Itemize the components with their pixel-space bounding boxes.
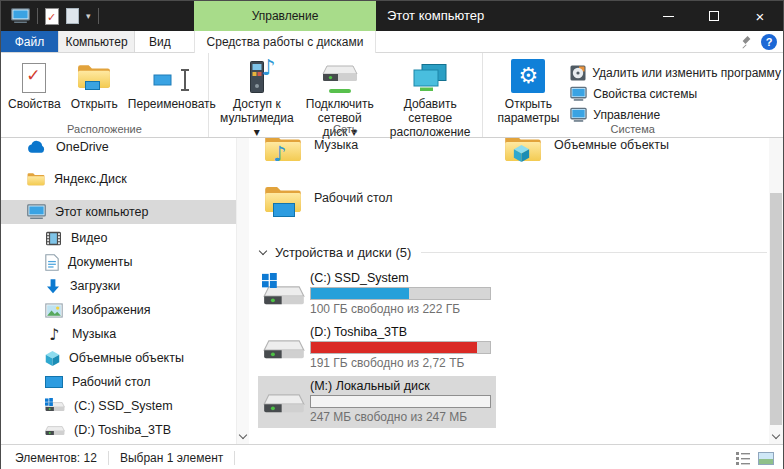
folder-tile-3d-objects[interactable]: Объемные объекты [498, 138, 738, 181]
tab-disk-tools[interactable]: Средства работы с дисками [194, 31, 376, 53]
devices-section-title: Устройства и диски (5) [275, 245, 411, 260]
sidebar-item-music[interactable]: ♪ Музыка [1, 322, 249, 346]
cloud-icon [27, 140, 47, 154]
maximize-icon [709, 11, 719, 21]
rename-icon [153, 67, 191, 93]
new-folder-qat-icon[interactable] [66, 8, 79, 24]
group-label-location: Расположение [1, 123, 208, 135]
drive-icon [258, 324, 310, 374]
drive-free-space: 247 МБ свободно из 247 МБ [310, 410, 496, 424]
system-drive-icon [258, 270, 310, 320]
drive-name: (D:) Toshiba_3TB [310, 325, 496, 339]
system-drive-icon [45, 399, 65, 413]
collapse-chevron-icon[interactable] [259, 247, 267, 255]
thumbnail-view-icon [758, 452, 774, 465]
sidebar-item-drive-c[interactable]: (C:) SSD_System [1, 394, 249, 418]
group-label-system: Система [483, 123, 783, 135]
properties-qat-icon[interactable]: ✓ [45, 8, 59, 25]
scrollbar-thumb[interactable] [770, 193, 782, 425]
sidebar-item-yandex-disk[interactable]: Яндекс.Диск [1, 167, 249, 191]
items-count: Элементов: 12 [15, 451, 97, 465]
3d-objects-icon [45, 350, 60, 367]
drive-usage-bar [310, 341, 491, 354]
maximize-button[interactable] [691, 1, 737, 31]
minimize-button[interactable] [645, 1, 691, 31]
devices-section-header[interactable]: Устройства и диски (5) [258, 242, 783, 262]
ribbon-group-location: ✓ Свойства Открыть Переименовать Располо… [1, 53, 209, 137]
desktop-icon [45, 376, 63, 388]
folder-icon [27, 172, 45, 187]
drive-free-space: 100 ГБ свободно из 222 ГБ [310, 302, 496, 316]
separator [234, 451, 235, 465]
tab-file[interactable]: Файл [1, 31, 58, 52]
selection-info: Выбран 1 элемент [120, 451, 223, 465]
sidebar-item-videos[interactable]: Видео [1, 226, 249, 250]
sidebar-item-desktop[interactable]: Рабочий стол [1, 370, 249, 394]
explorer-icon[interactable] [11, 8, 30, 24]
section-divider [421, 252, 767, 253]
system-properties-button[interactable]: Свойства системы [570, 84, 781, 104]
ribbon: ✓ Свойства Открыть Переименовать Располо… [1, 53, 783, 138]
computer-icon [27, 204, 46, 220]
rename-button[interactable]: Переименовать [123, 58, 221, 112]
help-icon[interactable]: ? [761, 34, 777, 50]
sidebar-item-downloads[interactable]: Загрузки [1, 274, 249, 298]
main-scrollbar[interactable] [769, 138, 783, 444]
context-tab-management[interactable]: Управление [194, 1, 376, 31]
separator [98, 8, 99, 24]
open-settings-button[interactable]: ⚙ Открыть параметры [493, 58, 565, 126]
media-access-icon: ♪ [240, 61, 274, 93]
sidebar-scrollbar[interactable] [236, 138, 249, 444]
drive-tile-d[interactable]: (D:) Toshiba_3TB 191 ГБ свободно из 2,72… [258, 322, 496, 374]
drive-tile-m[interactable]: (M:) Локальный диск 247 МБ свободно из 2… [258, 376, 496, 428]
close-button[interactable]: × [737, 1, 783, 31]
drive-icon [258, 378, 310, 428]
ribbon-group-network: ♪ Доступ к мультимедиа ▾ Подключить сете… [209, 53, 483, 137]
qat-dropdown-icon[interactable]: ▾ [86, 11, 91, 21]
system-properties-icon [570, 86, 587, 102]
drive-tile-c[interactable]: (C:) SSD_System 100 ГБ свободно из 222 Г… [258, 268, 496, 320]
thumbnail-view-button[interactable] [757, 449, 775, 467]
sidebar-item-drive-d[interactable]: (D:) Toshiba_3TB [1, 418, 249, 442]
sidebar-item-onedrive[interactable]: OneDrive [1, 138, 249, 159]
document-icon [45, 254, 59, 271]
minimize-icon [663, 16, 674, 17]
sidebar-item-this-pc[interactable]: Этот компьютер [1, 200, 249, 224]
tab-view[interactable]: Вид [135, 31, 185, 52]
open-button[interactable]: Открыть [66, 58, 123, 112]
scroll-down-icon[interactable] [239, 431, 247, 439]
separator [108, 451, 109, 465]
pin-ribbon-icon[interactable] [742, 37, 752, 47]
ribbon-group-system: ⚙ Открыть параметры Удалить или изменить… [483, 53, 783, 137]
close-icon: × [756, 9, 765, 24]
drive-name: (C:) SSD_System [310, 271, 496, 285]
download-icon [45, 278, 61, 294]
manage-button[interactable]: Управление [570, 105, 781, 125]
status-bar: Элементов: 12 Выбран 1 элемент [1, 444, 783, 469]
music-folder-icon: ♪ [264, 138, 302, 165]
properties-icon: ✓ [22, 63, 46, 93]
properties-button[interactable]: ✓ Свойства [3, 58, 66, 112]
scroll-down-icon[interactable] [772, 431, 780, 439]
folder-tile-desktop[interactable]: Рабочий стол [258, 176, 498, 234]
settings-gear-icon: ⚙ [511, 59, 545, 93]
drive-usage-bar [310, 395, 491, 408]
folder-tile-music[interactable]: ♪ Музыка [258, 138, 498, 181]
window-title: Этот компьютер [387, 1, 484, 31]
video-icon [45, 231, 62, 246]
pictures-icon [45, 303, 63, 318]
uninstall-program-button[interactable]: Удалить или изменить программу [570, 63, 781, 83]
open-folder-icon [77, 63, 111, 93]
tab-computer[interactable]: Компьютер [58, 31, 135, 52]
drive-icon [45, 424, 65, 437]
sidebar-item-3d-objects[interactable]: Объемные объекты [1, 346, 249, 370]
details-view-icon [735, 451, 751, 465]
sidebar-item-pictures[interactable]: Изображения [1, 298, 249, 322]
music-icon: ♪ [45, 325, 63, 344]
drive-usage-bar [310, 287, 491, 300]
title-bar: ✓ ▾ Управление Этот компьютер × [1, 1, 783, 31]
details-view-button[interactable] [734, 449, 752, 467]
sidebar-item-documents[interactable]: Документы [1, 250, 249, 274]
explorer-window: ✓ ▾ Управление Этот компьютер × Файл Ком… [0, 0, 784, 469]
ribbon-tab-row: Файл Компьютер Вид Средства работы с дис… [1, 31, 783, 53]
